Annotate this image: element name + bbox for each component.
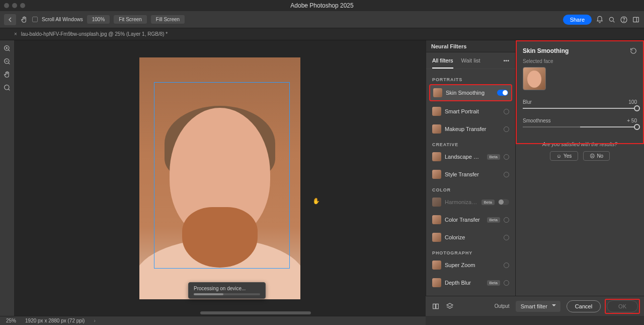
filter-depth-blur[interactable]: Depth Blur Beta (429, 275, 512, 290)
output-label: Output (495, 303, 510, 309)
document-tab-title[interactable]: lau-baldo-hpNFV-Fm9bw-unsplash.jpg @ 25%… (21, 31, 168, 37)
fit-screen-button[interactable]: Fit Screen (114, 15, 147, 24)
bell-icon[interactable] (596, 16, 604, 24)
progress-bar (194, 293, 260, 295)
help-icon[interactable] (620, 16, 628, 24)
output-select[interactable]: Smart filter (516, 301, 560, 312)
filter-thumb-icon (432, 124, 441, 134)
zoom-tool-icon[interactable] (3, 84, 11, 92)
filter-harmonization[interactable]: Harmonization Beta (429, 194, 512, 210)
smoothness-slider-row: Smoothness + 50 (516, 116, 644, 135)
neural-filters-panel: Neural Filters All filters Wait list •••… (426, 40, 515, 316)
filter-skin-smoothing[interactable]: Skin Smoothing (429, 84, 512, 101)
filter-thumb-icon (432, 278, 441, 287)
canvas-area[interactable]: ✋ Processing on device... (14, 40, 426, 316)
filter-color-transfer[interactable]: Color Transfer Beta (429, 212, 512, 227)
svg-point-2 (623, 21, 624, 21)
traffic-lights (4, 3, 25, 8)
filter-makeup-transfer[interactable]: Makeup Transfer (429, 121, 512, 137)
close-window-icon[interactable] (4, 3, 9, 8)
selected-face-label: Selected face (516, 58, 644, 67)
info-chevron-icon[interactable]: › (94, 318, 95, 323)
filter-thumb-icon (432, 233, 441, 242)
filter-thumb-icon (432, 198, 441, 207)
filter-style-transfer[interactable]: Style Transfer (429, 167, 512, 182)
neural-filters-title: Neural Filters (426, 40, 515, 52)
reset-icon[interactable] (630, 47, 637, 54)
processing-toast: Processing on device... (188, 282, 266, 299)
toggle-style-transfer[interactable] (504, 172, 509, 177)
document-canvas[interactable] (139, 57, 300, 299)
hand-tool-icon[interactable] (20, 16, 28, 24)
toggle-harmonization[interactable] (498, 199, 509, 205)
filter-smart-portrait[interactable]: Smart Portrait (429, 104, 512, 119)
blur-slider[interactable] (523, 108, 637, 109)
toggle-depth-blur[interactable] (504, 280, 509, 286)
filter-colorize[interactable]: Colorize (429, 230, 512, 245)
section-portraits: PORTRAITS (429, 74, 512, 84)
tab-all-filters[interactable]: All filters (432, 57, 453, 69)
document-tab-bar: × lau-baldo-hpNFV-Fm9bw-unsplash.jpg @ 2… (0, 28, 644, 40)
scroll-all-checkbox[interactable] (32, 17, 38, 22)
section-color: COLOR (429, 184, 512, 194)
cancel-button[interactable]: Cancel (567, 300, 601, 312)
before-after-icon[interactable] (432, 302, 440, 310)
filter-thumb-icon (432, 170, 441, 179)
toggle-color-transfer[interactable] (504, 217, 509, 223)
fill-screen-button[interactable]: Fill Screen (151, 15, 185, 24)
blur-slider-row: Blur 100 (516, 97, 644, 116)
svg-rect-8 (436, 304, 439, 308)
home-back-button[interactable] (4, 14, 16, 25)
svg-point-6 (5, 85, 9, 90)
horizontal-scrollbar[interactable] (200, 311, 311, 314)
zoom-window-icon[interactable] (20, 3, 25, 8)
toggle-super-zoom[interactable] (504, 263, 509, 268)
minimize-window-icon[interactable] (12, 3, 17, 8)
zoom-out-icon[interactable] (3, 57, 11, 66)
zoom-100-button[interactable]: 100% (87, 15, 110, 24)
feedback-no-button[interactable]: ☹No (583, 151, 610, 161)
app-title: Adobe Photoshop 2025 (290, 2, 353, 9)
filter-super-zoom[interactable]: Super Zoom (429, 257, 512, 273)
face-selection-box (154, 82, 290, 269)
status-bar: 25% 1920 px x 2880 px (72 ppi) › (0, 316, 426, 325)
blur-label: Blur (523, 99, 532, 105)
selected-face-thumbnail[interactable] (523, 67, 546, 90)
zoom-in-icon[interactable] (3, 44, 11, 52)
options-bar: Scroll All Windows 100% Fit Screen Fill … (0, 11, 644, 28)
hand-tool-icon-sidebar[interactable] (3, 71, 11, 79)
tab-close-icon[interactable]: × (14, 31, 17, 37)
toggle-skin-smoothing[interactable] (497, 90, 508, 96)
toggle-smart-portrait[interactable] (504, 109, 509, 114)
smoothness-label: Smoothness (523, 118, 551, 123)
smile-icon: ☺ (556, 153, 561, 159)
zoom-level[interactable]: 25% (6, 318, 16, 323)
toggle-colorize[interactable] (504, 235, 509, 240)
more-options-icon[interactable]: ••• (503, 57, 509, 69)
filter-thumb-icon (432, 261, 441, 270)
processing-label: Processing on device... (194, 286, 260, 291)
filter-settings-panel: Skin Smoothing Selected face Blur 100 Sm… (515, 40, 644, 316)
filter-landscape-mixer[interactable]: Landscape Mixer Beta (429, 149, 512, 164)
layers-icon[interactable] (446, 302, 454, 310)
svg-rect-3 (633, 17, 639, 22)
workspace-icon[interactable] (632, 16, 640, 24)
scroll-all-label: Scroll All Windows (42, 17, 83, 22)
cursor-hand-icon: ✋ (312, 198, 320, 205)
document-info[interactable]: 1920 px x 2880 px (72 ppi) (25, 318, 85, 323)
satisfied-label: Are you satisfied with the results? (516, 142, 644, 147)
settings-title: Skin Smoothing (523, 47, 569, 54)
search-icon[interactable] (608, 16, 616, 24)
feedback-yes-button[interactable]: ☺Yes (550, 151, 579, 161)
toggle-landscape-mixer[interactable] (504, 154, 509, 160)
blur-value: 100 (628, 99, 637, 105)
frown-icon: ☹ (590, 153, 595, 159)
neural-filters-footer: Output Smart filter Cancel OK (426, 296, 644, 316)
filter-thumb-icon (432, 152, 441, 161)
toggle-makeup-transfer[interactable] (504, 126, 509, 132)
window-titlebar: Adobe Photoshop 2025 (0, 0, 644, 11)
smoothness-slider[interactable] (523, 126, 637, 127)
tab-wait-list[interactable]: Wait list (461, 57, 480, 69)
share-button[interactable]: Share (563, 15, 592, 25)
ok-button[interactable]: OK (607, 300, 638, 312)
